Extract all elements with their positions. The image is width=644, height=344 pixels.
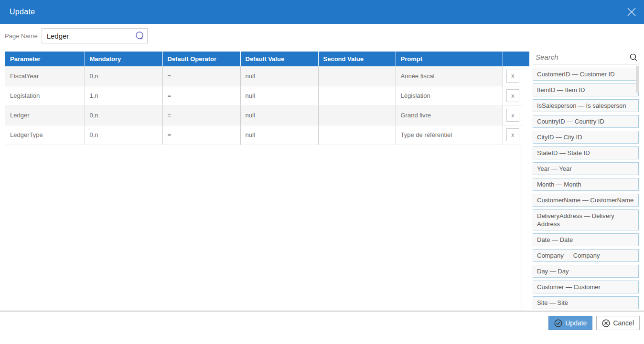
cell-mandatory[interactable]: 0,n: [85, 66, 162, 86]
field-pill[interactable]: CountryID — Country ID: [533, 115, 639, 128]
cell-mandatory[interactable]: 0,n: [85, 105, 162, 125]
cell-prompt[interactable]: Législation: [396, 86, 503, 105]
cell-actions: x: [503, 125, 523, 145]
column-header-parameter: Parameter: [5, 52, 85, 66]
cell-second-value[interactable]: [318, 105, 396, 125]
field-pill[interactable]: StateID — State ID: [533, 146, 639, 159]
cell-parameter[interactable]: Ledger: [5, 105, 85, 125]
cell-default-value[interactable]: null: [240, 66, 318, 86]
column-header-default-operator: Default Operator: [162, 52, 240, 66]
table-row[interactable]: LedgerType 0,n = null Type de référentie…: [5, 125, 523, 145]
update-button-label: Update: [565, 319, 587, 327]
table-scrollbar[interactable]: [523, 52, 529, 311]
column-header-actions: [503, 52, 523, 66]
column-header-prompt: Prompt: [396, 52, 503, 66]
table-row[interactable]: Legislation 1,n = null Législation x: [5, 86, 523, 105]
cell-default-value[interactable]: null: [240, 105, 318, 125]
field-list: CustomerID — Customer IDItemID — Item ID…: [533, 68, 639, 309]
field-pill[interactable]: IsSalesperson — Is salesperson: [533, 99, 639, 112]
parameters-table: Parameter Mandatory Default Operator Def…: [5, 52, 522, 311]
page-name-label: Page Name: [5, 32, 38, 40]
cell-parameter[interactable]: Legislation: [5, 86, 85, 105]
x-circle-icon: [602, 319, 610, 327]
field-search-box: [533, 50, 639, 64]
cell-actions: x: [503, 105, 523, 125]
cancel-button-label: Cancel: [613, 319, 634, 327]
cell-second-value[interactable]: [318, 66, 396, 86]
remove-row-button[interactable]: x: [506, 128, 519, 141]
field-search-input[interactable]: [533, 50, 639, 64]
cell-default-operator[interactable]: =: [162, 105, 240, 125]
cell-parameter[interactable]: FiscalYear: [5, 66, 85, 86]
close-icon[interactable]: [625, 6, 638, 18]
cell-prompt[interactable]: Année fiscal: [396, 66, 503, 86]
page-name-input[interactable]: [42, 28, 148, 43]
cell-second-value[interactable]: [318, 125, 396, 145]
cell-default-operator[interactable]: =: [162, 125, 240, 145]
column-header-mandatory: Mandatory: [85, 52, 162, 66]
column-header-default-value: Default Value: [240, 52, 318, 66]
cancel-button[interactable]: Cancel: [596, 316, 640, 330]
cell-mandatory[interactable]: 1,n: [85, 86, 162, 105]
field-pill[interactable]: DeliveryAddress — Delivery Address: [533, 209, 639, 230]
table-row[interactable]: Ledger 0,n = null Grand livre x: [5, 105, 523, 125]
field-pill[interactable]: Customer — Customer: [533, 281, 639, 293]
remove-row-button[interactable]: x: [506, 89, 519, 102]
cell-actions: x: [503, 86, 523, 105]
remove-row-button[interactable]: x: [506, 109, 519, 122]
field-pill[interactable]: CustomerName — CustomerName: [533, 194, 639, 207]
update-button[interactable]: Update: [548, 316, 592, 330]
cell-parameter[interactable]: LedgerType: [5, 125, 85, 145]
table-scrollbar-header: [523, 52, 529, 66]
table-row[interactable]: FiscalYear 0,n = null Année fiscal x: [5, 66, 523, 86]
field-pill[interactable]: CityID — City ID: [533, 131, 639, 144]
cell-default-operator[interactable]: =: [162, 66, 240, 86]
cell-second-value[interactable]: [318, 86, 396, 105]
check-circle-icon: [554, 319, 562, 327]
cell-prompt[interactable]: Grand livre: [396, 105, 503, 125]
field-pill[interactable]: Day — Day: [533, 265, 639, 278]
cell-default-value[interactable]: null: [240, 86, 318, 105]
remove-row-button[interactable]: x: [506, 70, 519, 83]
footer: Update Cancel: [0, 311, 644, 344]
comment-lookup-icon[interactable]: [135, 31, 144, 41]
modal-title: Update: [10, 8, 35, 16]
column-header-second-value: Second Value: [318, 52, 396, 66]
modal-header: Update: [0, 0, 644, 24]
cell-default-operator[interactable]: =: [162, 86, 240, 105]
field-pill[interactable]: Date — Date: [533, 233, 639, 246]
search-icon[interactable]: [629, 53, 638, 62]
field-pill[interactable]: Year — Year: [533, 162, 639, 175]
table-header-row: Parameter Mandatory Default Operator Def…: [5, 52, 523, 66]
sidebar-scrollbar-thumb[interactable]: [636, 66, 639, 93]
field-pill[interactable]: Company — Company: [533, 249, 639, 262]
page-name-row: Page Name: [5, 28, 148, 43]
cell-actions: x: [503, 66, 523, 86]
field-pill[interactable]: Month — Month: [533, 178, 639, 191]
field-pill[interactable]: Site — Site: [533, 296, 639, 309]
field-pill[interactable]: CustomerID — Customer ID: [533, 68, 639, 81]
field-pill[interactable]: ItemID — Item ID: [533, 83, 639, 96]
cell-default-value[interactable]: null: [240, 125, 318, 145]
fields-sidebar: CustomerID — Customer IDItemID — Item ID…: [533, 50, 639, 311]
cell-prompt[interactable]: Type de référentiel: [396, 125, 503, 145]
cell-mandatory[interactable]: 0,n: [85, 125, 162, 145]
